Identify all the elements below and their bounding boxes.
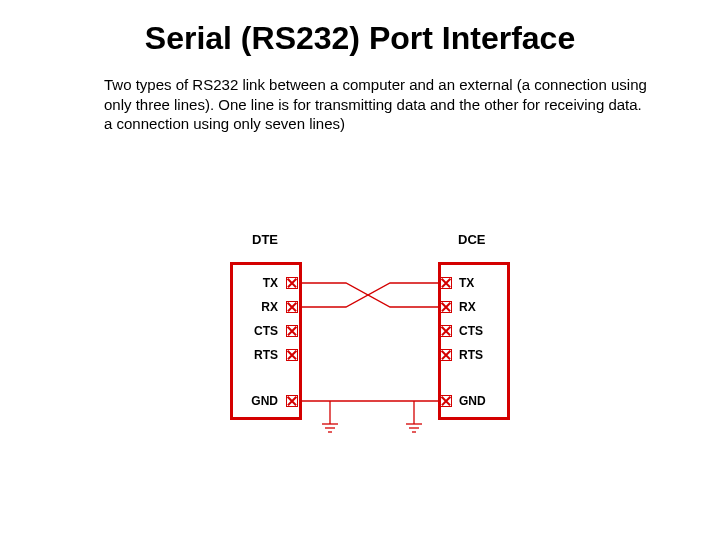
dte-header: DTE [252,232,278,247]
wire-tx-rx [299,283,440,307]
dce-header: DCE [458,232,485,247]
page-title: Serial (RS232) Port Interface [0,0,720,57]
description-text: Two types of RS232 link between a comput… [104,75,650,134]
wire-rx-tx [299,283,440,307]
rs232-diagram: DTE DCE TX RX CTS RTS GND TX RX CTS RTS … [230,248,506,438]
wiring-svg [230,248,506,448]
